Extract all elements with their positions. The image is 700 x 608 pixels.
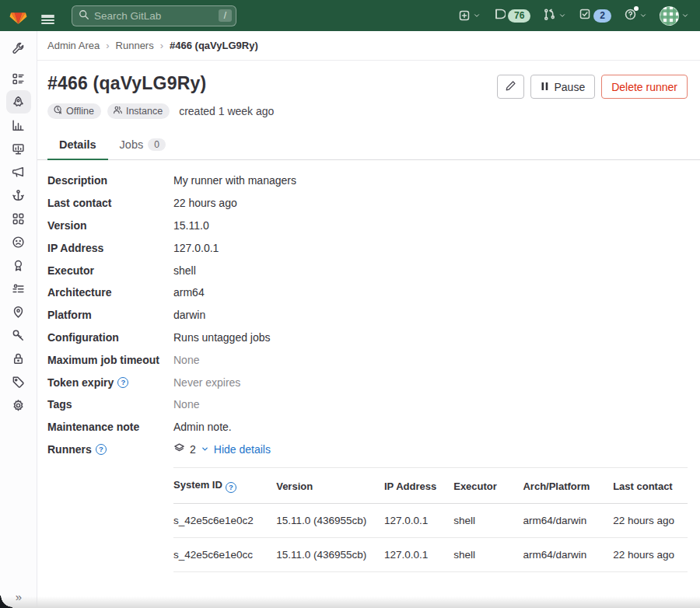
cell-ip: 127.0.0.1 (384, 503, 453, 537)
detail-label: Description (47, 174, 173, 187)
runner-details-list: DescriptionMy runner with managers Last … (37, 160, 700, 460)
layers-icon (173, 442, 185, 456)
todos-button[interactable]: 2 (579, 8, 611, 23)
cell-last-contact: 22 hours ago (613, 503, 688, 537)
token-expiry-help-icon[interactable] (117, 377, 128, 388)
search-placeholder: Search GitLab (94, 10, 214, 22)
detail-label: Configuration (47, 331, 173, 344)
help-menu-button[interactable] (624, 8, 647, 24)
tab-details[interactable]: Details (47, 131, 108, 159)
cell-version: 15.11.0 (436955cb) (276, 503, 384, 537)
jobs-count-badge: 0 (148, 138, 166, 151)
cell-last-contact: 22 hours ago (613, 537, 688, 571)
page-title: #466 (qaVyLG9Ry) (47, 73, 274, 94)
chevron-down-icon (473, 9, 481, 23)
sidebar-item-overview[interactable] (6, 67, 31, 90)
help-icon (624, 8, 637, 24)
chevron-down-icon (558, 9, 566, 23)
col-last-contact: Last contact (613, 468, 688, 504)
detail-label: Version (47, 219, 173, 232)
detail-value: 127.0.0.1 (173, 242, 219, 254)
chevron-down-icon (639, 9, 647, 23)
cell-executor: shell (453, 503, 523, 537)
admin-sidebar: » (0, 31, 37, 608)
delete-runner-button[interactable]: Delete runner (601, 75, 688, 99)
sidebar-item-labels[interactable] (6, 370, 31, 393)
sidebar-item-achievements[interactable] (6, 253, 31, 277)
sidebar-item-monitoring[interactable] (6, 137, 31, 160)
breadcrumb: Admin Area › Runners › #466 (qaVyLG9Ry) (37, 31, 700, 61)
cell-executor: shell (453, 537, 523, 571)
sidebar-item-deploy-keys[interactable] (6, 323, 31, 347)
instance-badge: Instance (107, 103, 170, 119)
table-row: s_42e5c6e1e0cc 15.11.0 (436955cb) 127.0.… (173, 537, 688, 571)
offline-clock-icon (53, 105, 63, 117)
slash-shortcut-key: / (219, 9, 232, 22)
runner-tabs: Details Jobs 0 (37, 131, 700, 160)
sidebar-item-messages[interactable] (6, 160, 31, 183)
breadcrumb-current: #466 (qaVyLG9Ry) (170, 40, 258, 51)
sidebar-item-applications[interactable] (6, 207, 31, 230)
edit-runner-button[interactable] (497, 75, 524, 99)
sidebar-item-credentials[interactable] (6, 347, 31, 370)
breadcrumb-runners[interactable]: Runners (116, 40, 154, 51)
cell-version: 15.11.0 (436955cb) (276, 537, 384, 571)
detail-value: darwin (173, 309, 205, 321)
cell-ip: 127.0.0.1 (384, 537, 453, 571)
cell-arch: arm64/darwin (523, 503, 613, 537)
breadcrumb-separator: › (160, 40, 163, 51)
detail-value: None (173, 354, 199, 366)
detail-value: None (173, 398, 199, 411)
avatar (660, 6, 679, 26)
search-input[interactable]: Search GitLab / (72, 5, 236, 26)
pause-icon (541, 81, 549, 93)
detail-label: Architecture (47, 286, 173, 299)
col-executor: Executor (453, 468, 523, 504)
sidebar-item-cicd-runners[interactable] (6, 90, 31, 114)
merge-requests-button[interactable] (543, 8, 566, 24)
detail-value: Never expires (173, 376, 240, 389)
pencil-icon (505, 80, 516, 94)
col-version: Version (276, 468, 384, 504)
issues-count-badge: 76 (508, 9, 530, 23)
detail-value: 15.11.0 (173, 219, 209, 232)
system-id-help-icon[interactable] (226, 482, 236, 493)
breadcrumb-admin-area[interactable]: Admin Area (47, 40, 100, 51)
detail-label: Platform (47, 309, 173, 321)
table-row: s_42e5c6e1e0c2 15.11.0 (436955cb) 127.0.… (173, 503, 688, 537)
breadcrumb-separator: › (106, 40, 109, 51)
new-menu-button[interactable] (458, 9, 481, 23)
detail-label: Maintenance note (47, 421, 173, 433)
admin-area-wrench-icon[interactable] (6, 37, 31, 60)
col-ip-address: IP Address (384, 468, 453, 504)
sidebar-item-geo[interactable] (6, 300, 31, 323)
runners-help-icon[interactable] (96, 444, 107, 455)
gitlab-logo-icon[interactable] (8, 5, 28, 26)
tab-jobs[interactable]: Jobs 0 (108, 131, 177, 159)
sidebar-item-push-rules[interactable] (6, 277, 31, 300)
todos-count-badge: 2 (593, 9, 611, 23)
search-icon (79, 9, 89, 23)
sidebar-item-settings[interactable] (6, 393, 31, 417)
col-arch-platform: Arch/Platform (523, 468, 613, 504)
detail-label: Token expiry (47, 376, 173, 389)
sidebar-item-abuse-reports[interactable] (6, 230, 31, 253)
chevron-down-icon[interactable] (201, 443, 209, 456)
pause-runner-button[interactable]: Pause (530, 75, 595, 99)
sidebar-item-analytics[interactable] (6, 114, 31, 137)
cell-system-id: s_42e5c6e1e0cc (173, 537, 276, 571)
cell-arch: arm64/darwin (523, 537, 613, 571)
issues-button[interactable]: 76 (493, 8, 530, 23)
detail-label: Maximum job timeout (47, 354, 173, 366)
user-menu-button[interactable] (660, 6, 689, 26)
detail-value: 22 hours ago (173, 197, 237, 209)
detail-value: shell (173, 264, 196, 277)
top-navbar: Search GitLab / 76 2 (0, 0, 700, 31)
hamburger-menu-icon[interactable] (36, 4, 59, 27)
sidebar-item-system-hooks[interactable] (6, 183, 31, 207)
collapse-sidebar-icon[interactable]: » (0, 590, 37, 603)
hide-details-link[interactable]: Hide details (214, 443, 271, 456)
runners-label: Runners (47, 443, 173, 456)
users-icon (113, 105, 123, 117)
detail-label: Tags (47, 398, 173, 411)
